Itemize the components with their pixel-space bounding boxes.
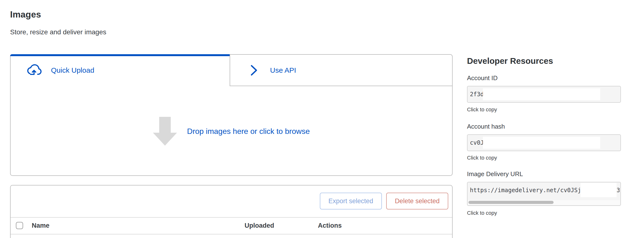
list-toolbar: Export selected Delete selected (320, 193, 448, 210)
horizontal-scrollbar-track (468, 200, 620, 205)
horizontal-scrollbar-thumb[interactable] (468, 201, 554, 204)
url-trailing-fragment: 3 (616, 182, 620, 198)
page-title: Images (10, 9, 41, 20)
redaction-overlay (580, 183, 616, 197)
export-selected-button[interactable]: Export selected (320, 193, 382, 210)
tab-quick-upload-label: Quick Upload (51, 66, 94, 74)
column-header-name: Name (32, 222, 50, 229)
column-header-actions: Actions (318, 222, 342, 229)
column-header-uploaded: Uploaded (244, 222, 274, 229)
account-hash-field[interactable]: cv0J (467, 134, 621, 151)
redaction-overlay (483, 88, 600, 100)
select-all-checkbox[interactable] (16, 222, 23, 229)
chevron-right-icon (250, 64, 258, 77)
developer-resources-heading: Developer Resources (467, 56, 553, 66)
image-delivery-url-field[interactable]: https://imagedelivery.net/cv0JSj 3 (467, 182, 621, 206)
image-delivery-url-copy-hint: Click to copy (467, 210, 497, 216)
tab-use-api-label: Use API (270, 66, 296, 74)
account-id-copy-hint: Click to copy (467, 107, 497, 113)
tab-quick-upload[interactable]: Quick Upload (10, 54, 230, 86)
image-dropzone[interactable]: Drop images here or click to browse (10, 87, 452, 175)
image-delivery-url-label: Image Delivery URL (467, 170, 523, 178)
delete-selected-button[interactable]: Delete selected (386, 193, 448, 210)
image-table-header: Name Uploaded Actions (10, 218, 452, 234)
developer-resources-panel: Developer Resources Account ID 2f3d Clic… (467, 56, 621, 224)
images-page: Images Store, resize and deliver images … (0, 0, 644, 238)
upload-card: Quick Upload Use API Drop images here or… (10, 54, 452, 176)
image-delivery-url-value: https://imagedelivery.net/cv0JSj (470, 182, 581, 198)
cloud-upload-icon (26, 64, 42, 77)
arrow-down-icon (153, 117, 177, 146)
redaction-overlay (483, 137, 600, 149)
tab-use-api[interactable]: Use API (230, 54, 452, 86)
page-subtitle: Store, resize and deliver images (10, 28, 106, 36)
account-hash-label: Account hash (467, 123, 505, 130)
account-id-label: Account ID (467, 74, 498, 82)
account-hash-copy-hint: Click to copy (467, 155, 497, 161)
account-hash-value: cv0J (470, 135, 484, 151)
image-list-card: Export selected Delete selected Name Upl… (10, 185, 452, 238)
account-id-field[interactable]: 2f3d (467, 86, 621, 103)
dropzone-label: Drop images here or click to browse (187, 127, 310, 136)
header-divider (10, 234, 452, 235)
account-id-value: 2f3d (470, 86, 484, 102)
